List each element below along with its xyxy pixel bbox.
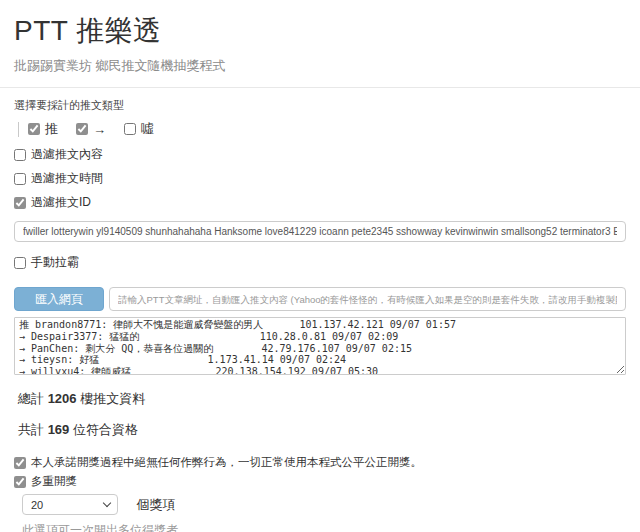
prize-count-select[interactable]: 20 <box>22 494 118 515</box>
manual-slot-row: 手動拉霸 <box>14 254 626 271</box>
header-divider <box>0 87 640 88</box>
total-comments-stat: 總計 1206 樓推文資料 <box>18 390 626 408</box>
qualified-label: 共計 <box>18 422 44 437</box>
pledge-row: 本人承諾開獎過程中絕無任何作弊行為，一切正常使用本程式公平公正開獎。 <box>14 455 626 470</box>
push-checkbox[interactable] <box>28 123 40 135</box>
push-type-option-arrow: → <box>76 122 106 137</box>
filter-id-label: 過濾推文ID <box>31 194 91 211</box>
filter-id-row: 過濾推文ID <box>14 194 626 211</box>
prize-unit-label: 個獎項 <box>136 497 175 512</box>
comments-textarea[interactable]: 推 brandon8771: 律師大不愧是能遛威脅變盤的男人 101.137.4… <box>14 317 626 375</box>
filter-time-label: 過濾推文時間 <box>31 170 103 187</box>
page-title: PTT 推樂透 <box>14 12 626 50</box>
pledge-checkbox[interactable] <box>14 457 26 469</box>
filter-content-label: 過濾推文內容 <box>31 146 103 163</box>
pledge-label: 本人承諾開獎過程中絕無任何作弊行為，一切正常使用本程式公平公正開獎。 <box>31 455 422 470</box>
prize-count-select-wrap: 20 <box>22 494 118 515</box>
push-type-option-tui: 推 <box>28 120 58 138</box>
import-group: 匯入網頁 <box>14 287 626 311</box>
push-type-options: 推 → 噓 <box>18 120 626 138</box>
push-checkbox-label: 推 <box>45 120 58 138</box>
multi-draw-checkbox[interactable] <box>14 476 26 488</box>
push-type-label: 選擇要採計的推文類型 <box>14 98 626 113</box>
prize-count-block: 20 個獎項 此選項可一次開出多位得獎者 <box>14 494 626 532</box>
filter-id-checkbox[interactable] <box>14 197 26 209</box>
filter-time-row: 過濾推文時間 <box>14 170 626 187</box>
multi-draw-label: 多重開獎 <box>31 474 77 489</box>
arrow-checkbox-label: → <box>93 122 106 137</box>
qualified-unit: 位符合資格 <box>73 422 138 437</box>
total-count: 1206 <box>48 391 77 406</box>
page: PTT 推樂透 批踢踢實業坊 鄉民推文隨機抽獎程式 選擇要採計的推文類型 推 →… <box>0 0 640 532</box>
arrow-checkbox[interactable] <box>76 123 88 135</box>
qualified-stat: 共計 169 位符合資格 <box>18 421 626 439</box>
push-type-option-boo: 噓 <box>124 120 154 138</box>
boo-checkbox[interactable] <box>124 123 136 135</box>
id-filter-input[interactable] <box>14 221 626 242</box>
total-unit: 樓推文資料 <box>80 391 145 406</box>
filter-content-row: 過濾推文內容 <box>14 146 626 163</box>
manual-slot-label: 手動拉霸 <box>31 254 79 271</box>
page-subtitle: 批踢踢實業坊 鄉民推文隨機抽獎程式 <box>14 57 626 75</box>
total-label: 總計 <box>18 391 44 406</box>
filter-content-checkbox[interactable] <box>14 149 26 161</box>
boo-checkbox-label: 噓 <box>141 120 154 138</box>
import-url-button[interactable]: 匯入網頁 <box>14 287 104 311</box>
multi-draw-row: 多重開獎 <box>14 474 626 489</box>
manual-slot-checkbox[interactable] <box>14 257 26 269</box>
article-url-input[interactable] <box>109 287 626 311</box>
vertical-divider <box>18 122 19 137</box>
pledge-block: 本人承諾開獎過程中絕無任何作弊行為，一切正常使用本程式公平公正開獎。 多重開獎 … <box>14 455 626 532</box>
qualified-count: 169 <box>48 422 70 437</box>
multi-draw-note: 此選項可一次開出多位得獎者 <box>22 522 626 532</box>
filter-time-checkbox[interactable] <box>14 173 26 185</box>
